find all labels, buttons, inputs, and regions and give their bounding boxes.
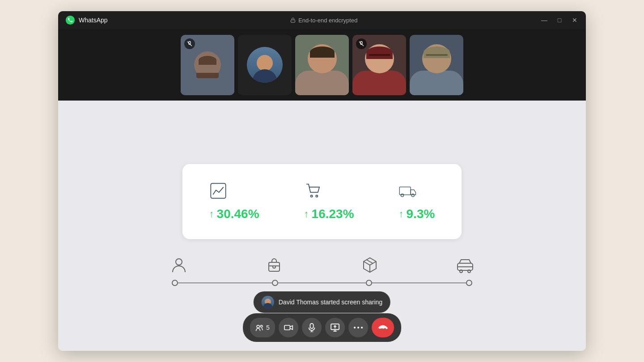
mute-badge <box>184 38 195 49</box>
toast-text: David Thomas started screen sharing <box>279 299 382 306</box>
svg-rect-4 <box>211 183 225 198</box>
person-icon <box>170 257 188 273</box>
timeline-icons <box>165 257 479 273</box>
timeline-dot-2 <box>272 280 278 286</box>
stat-value-delivery: ↑ 9.3% <box>399 207 435 221</box>
notification-toast: David Thomas started screen sharing <box>254 291 390 313</box>
chart-icon <box>209 182 227 200</box>
titlebar-controls: — □ ✕ <box>540 16 579 24</box>
bag-icon <box>265 257 283 273</box>
timeline-dot-1 <box>172 280 178 286</box>
timeline-dot-3 <box>366 280 372 286</box>
microphone-icon <box>308 323 315 332</box>
svg-point-6 <box>316 195 318 197</box>
end-call-icon <box>377 325 388 330</box>
encryption-indicator: End-to-end endcrypted <box>290 17 357 24</box>
svg-point-5 <box>310 195 312 197</box>
minimize-button[interactable]: — <box>540 16 548 24</box>
camera-icon <box>284 324 293 331</box>
stat-item-revenue: ↑ 30.46% <box>209 182 259 221</box>
participants-count: 5 <box>266 324 270 331</box>
lock-icon <box>290 17 296 23</box>
svg-point-14 <box>468 270 470 273</box>
svg-rect-18 <box>310 324 313 328</box>
stats-card: ↑ 30.46% ↑ 16.23% <box>182 164 462 239</box>
timeline-section <box>165 257 479 287</box>
car-icon <box>456 257 474 273</box>
cart-icon <box>304 182 322 200</box>
camera-button[interactable] <box>279 318 298 337</box>
svg-point-22 <box>354 327 356 328</box>
stat-value-orders: ↑ 16.23% <box>304 207 354 221</box>
end-call-button[interactable] <box>372 318 394 337</box>
timeline-track <box>165 278 479 287</box>
timeline-line <box>174 282 470 283</box>
svg-point-15 <box>257 325 259 328</box>
titlebar: WhatsApp End-to-end endcrypted — □ ✕ <box>58 11 586 29</box>
whatsapp-logo-icon <box>65 15 75 25</box>
participant-tile <box>352 35 406 95</box>
svg-point-13 <box>460 270 462 273</box>
svg-point-0 <box>66 16 75 25</box>
more-button[interactable] <box>348 318 368 337</box>
mute-icon <box>359 41 364 46</box>
arrow-up-icon: ↑ <box>304 208 309 220</box>
svg-rect-11 <box>269 262 280 271</box>
svg-line-3 <box>359 42 364 46</box>
app-window: WhatsApp End-to-end endcrypted — □ ✕ <box>58 11 586 351</box>
participant-tile <box>410 35 463 95</box>
main-content: ↑ 30.46% ↑ 16.23% <box>58 101 586 351</box>
svg-point-16 <box>260 325 263 328</box>
truck-icon <box>399 182 417 200</box>
call-controls: 5 <box>243 313 401 342</box>
arrow-up-icon: ↑ <box>209 208 214 220</box>
box-icon <box>361 257 379 273</box>
svg-point-24 <box>361 327 363 328</box>
encryption-label: End-to-end endcrypted <box>298 17 357 24</box>
svg-point-23 <box>357 327 359 328</box>
more-icon <box>354 326 363 329</box>
toast-avatar <box>262 296 274 308</box>
stat-item-orders: ↑ 16.23% <box>304 182 354 221</box>
close-button[interactable]: ✕ <box>571 16 579 24</box>
mute-icon <box>187 41 192 46</box>
participant-tile <box>295 35 349 95</box>
svg-rect-7 <box>399 187 411 195</box>
participant-tile-david <box>238 35 292 95</box>
maximize-button[interactable]: □ <box>555 16 564 24</box>
screen-share-button[interactable] <box>325 318 345 337</box>
arrow-up-icon: ↑ <box>399 208 404 220</box>
mute-badge <box>356 38 367 49</box>
participants-button[interactable]: 5 <box>250 318 275 337</box>
svg-point-9 <box>411 194 414 197</box>
svg-line-2 <box>187 42 192 46</box>
microphone-button[interactable] <box>302 318 322 337</box>
stat-item-delivery: ↑ 9.3% <box>399 182 435 221</box>
stat-value-revenue: ↑ 30.46% <box>209 207 259 221</box>
participants-icon <box>255 324 263 331</box>
participants-bar <box>58 29 586 101</box>
svg-point-10 <box>176 259 182 265</box>
svg-rect-17 <box>284 325 290 330</box>
screen-share-icon <box>330 324 339 332</box>
svg-rect-1 <box>291 20 295 23</box>
participant-tile <box>181 35 234 95</box>
svg-point-8 <box>401 194 403 197</box>
titlebar-left: WhatsApp <box>65 15 108 25</box>
timeline-dot-4 <box>466 280 472 286</box>
app-title: WhatsApp <box>79 17 108 24</box>
